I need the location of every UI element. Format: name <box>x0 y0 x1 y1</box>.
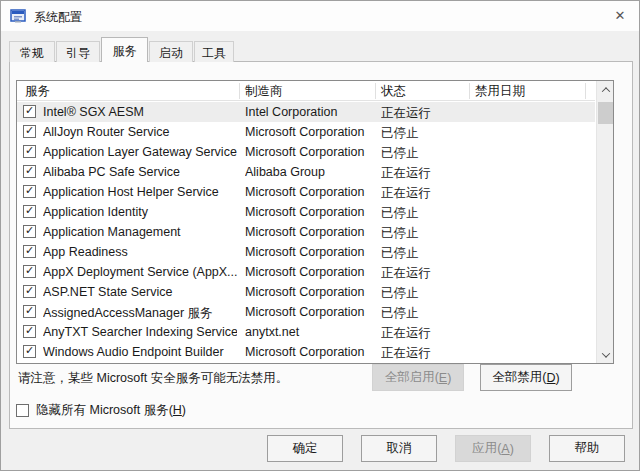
disable-all-button[interactable]: 全部禁用(D) <box>480 364 572 391</box>
service-row[interactable]: ✓ Application Identity Microsoft Corpora… <box>17 202 595 222</box>
scroll-down-button[interactable] <box>597 346 614 363</box>
checkbox-checked-icon[interactable]: ✓ <box>23 125 36 138</box>
service-status: 已停止 <box>381 245 469 262</box>
service-manufacturer: Intel Corporation <box>245 105 373 119</box>
service-manufacturer: Microsoft Corporation <box>245 145 373 159</box>
service-status: 正在运行 <box>381 345 469 362</box>
cancel-button[interactable]: 取消 <box>361 435 437 462</box>
checkbox-checked-icon[interactable]: ✓ <box>23 245 36 258</box>
service-row[interactable]: ✓ AnyTXT Searcher Indexing Service anytx… <box>17 322 595 342</box>
service-status: 已停止 <box>381 205 469 222</box>
tab-services[interactable]: 服务 <box>101 37 148 62</box>
service-manufacturer: Alibaba Group <box>245 165 373 179</box>
service-status: 已停止 <box>381 285 469 302</box>
hide-microsoft-services-checkbox[interactable]: 隐藏所有 Microsoft 服务(H) <box>16 402 186 419</box>
service-manufacturer: Microsoft Corporation <box>245 265 373 279</box>
checkbox-unchecked-icon[interactable] <box>16 404 29 417</box>
checkbox-checked-icon[interactable]: ✓ <box>23 205 36 218</box>
chevron-down-icon <box>601 349 609 357</box>
service-row[interactable]: ✓ Application Management Microsoft Corpo… <box>17 222 595 242</box>
service-name: Windows Audio Endpoint Builder <box>43 345 237 359</box>
service-name: AllJoyn Router Service <box>43 125 237 139</box>
service-manufacturer: Microsoft Corporation <box>245 205 373 219</box>
column-divider[interactable] <box>239 83 240 99</box>
service-manufacturer: Microsoft Corporation <box>245 285 373 299</box>
service-status: 已停止 <box>381 145 469 162</box>
service-status: 正在运行 <box>381 185 469 202</box>
service-manufacturer: anytxt.net <box>245 325 373 339</box>
service-row[interactable]: ✓ Application Host Helper Service Micros… <box>17 182 595 202</box>
close-button[interactable]: ✕ <box>601 1 639 29</box>
service-status: 已停止 <box>381 225 469 242</box>
msconfig-app-icon <box>10 8 26 24</box>
window-title: 系统配置 <box>34 9 82 26</box>
service-name: Intel® SGX AESM <box>43 105 237 119</box>
chevron-up-icon <box>601 87 609 95</box>
title-bar[interactable]: 系统配置 ✕ <box>1 1 639 31</box>
tab-boot[interactable]: 引导 <box>56 41 100 62</box>
service-name: Application Management <box>43 225 237 239</box>
scroll-up-button[interactable] <box>597 81 614 98</box>
checkbox-checked-icon[interactable]: ✓ <box>23 345 36 358</box>
service-status: 已停止 <box>381 125 469 142</box>
tab-general[interactable]: 常规 <box>9 41 55 62</box>
checkbox-checked-icon[interactable]: ✓ <box>23 105 36 118</box>
checkbox-checked-icon[interactable]: ✓ <box>23 165 36 178</box>
help-button[interactable]: 帮助 <box>549 435 625 462</box>
apply-button: 应用(A) <box>455 435 531 462</box>
services-tab-page: 服务 制造商 状态 禁用日期 ✓ Intel® SGX AESM Intel C… <box>9 61 633 429</box>
service-row[interactable]: ✓ Alibaba PC Safe Service Alibaba Group … <box>17 162 595 182</box>
service-manufacturer: Microsoft Corporation <box>245 225 373 239</box>
ok-button[interactable]: 确定 <box>267 435 343 462</box>
close-icon: ✕ <box>615 8 626 23</box>
tab-startup[interactable]: 启动 <box>149 41 193 62</box>
enable-all-button: 全部启用(E) <box>372 364 464 391</box>
service-row[interactable]: ✓ Windows Audio Endpoint Builder Microso… <box>17 342 595 362</box>
service-status: 已停止 <box>381 305 469 322</box>
checkbox-checked-icon[interactable]: ✓ <box>23 265 36 278</box>
vertical-scrollbar[interactable] <box>596 81 613 363</box>
system-configuration-window: 系统配置 ✕ 常规 引导 服务 启动 工具 服务 制造商 状态 禁用日期 ✓ I… <box>0 0 640 471</box>
service-name: App Readiness <box>43 245 237 259</box>
service-status: 正在运行 <box>381 105 469 122</box>
service-status: 正在运行 <box>381 325 469 342</box>
checkbox-checked-icon[interactable]: ✓ <box>23 285 36 298</box>
service-manufacturer: Microsoft Corporation <box>245 245 373 259</box>
column-header-disabled-date[interactable]: 禁用日期 <box>475 83 525 100</box>
column-header-service[interactable]: 服务 <box>25 83 50 100</box>
service-name: ASP.NET State Service <box>43 285 237 299</box>
column-divider[interactable] <box>585 83 586 99</box>
service-name: Application Identity <box>43 205 237 219</box>
hide-microsoft-services-label: 隐藏所有 Microsoft 服务(H) <box>36 402 186 419</box>
checkbox-checked-icon[interactable]: ✓ <box>23 305 36 318</box>
checkbox-checked-icon[interactable]: ✓ <box>23 145 36 158</box>
service-row[interactable]: ✓ AllJoyn Router Service Microsoft Corpo… <box>17 122 595 142</box>
tab-bar: 常规 引导 服务 启动 工具 <box>9 39 235 62</box>
scrollbar-thumb[interactable] <box>598 102 613 124</box>
service-row[interactable]: ✓ Intel® SGX AESM Intel Corporation 正在运行 <box>17 102 595 122</box>
note-text: 请注意，某些 Microsoft 安全服务可能无法禁用。 <box>18 370 288 387</box>
service-row[interactable]: ✓ AssignedAccessManager 服务 Microsoft Cor… <box>17 302 595 322</box>
service-status: 正在运行 <box>381 265 469 282</box>
service-manufacturer: Microsoft Corporation <box>245 345 373 359</box>
services-table-header: 服务 制造商 状态 禁用日期 <box>17 81 595 101</box>
service-row[interactable]: ✓ ASP.NET State Service Microsoft Corpor… <box>17 282 595 302</box>
checkbox-checked-icon[interactable]: ✓ <box>23 225 36 238</box>
column-header-status[interactable]: 状态 <box>381 83 406 100</box>
service-name: Application Layer Gateway Service <box>43 145 237 159</box>
service-row[interactable]: ✓ AppX Deployment Service (AppX... Micro… <box>17 262 595 282</box>
service-manufacturer: Microsoft Corporation <box>245 185 373 199</box>
service-row[interactable]: ✓ App Readiness Microsoft Corporation 已停… <box>17 242 595 262</box>
checkbox-checked-icon[interactable]: ✓ <box>23 325 36 338</box>
service-manufacturer: Microsoft Corporation <box>245 125 373 139</box>
tab-tools[interactable]: 工具 <box>194 41 234 62</box>
service-name: AnyTXT Searcher Indexing Service <box>43 325 237 339</box>
service-manufacturer: Microsoft Corporation <box>245 305 373 319</box>
service-name: AssignedAccessManager 服务 <box>43 305 237 322</box>
service-status: 正在运行 <box>381 165 469 182</box>
service-row[interactable]: ✓ Application Layer Gateway Service Micr… <box>17 142 595 162</box>
checkbox-checked-icon[interactable]: ✓ <box>23 185 36 198</box>
column-header-manufacturer[interactable]: 制造商 <box>245 83 283 100</box>
column-divider[interactable] <box>375 83 376 99</box>
column-divider[interactable] <box>469 83 470 99</box>
